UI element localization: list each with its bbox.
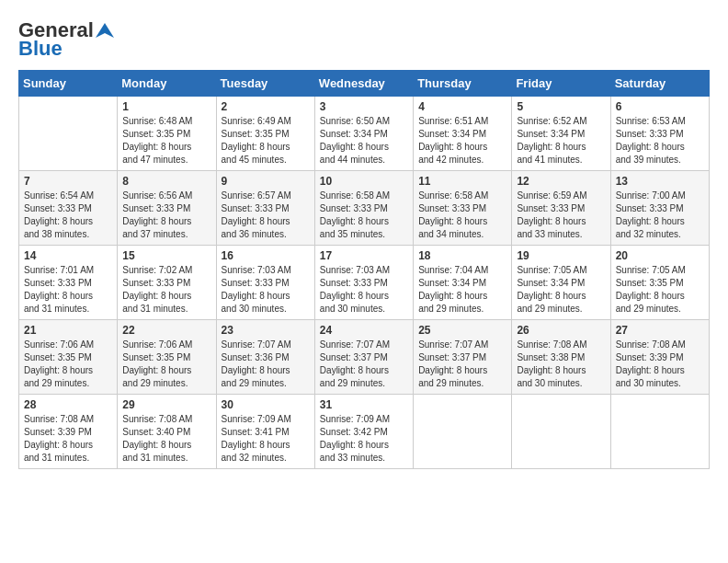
calendar-day-19: 19Sunrise: 7:05 AM Sunset: 3:34 PM Dayli… (512, 246, 610, 320)
day-number: 9 (222, 175, 310, 188)
calendar-day-29: 29Sunrise: 7:08 AM Sunset: 3:40 PM Dayli… (118, 395, 216, 469)
day-number: 26 (517, 324, 605, 337)
day-number: 31 (320, 398, 408, 411)
day-number: 13 (616, 175, 704, 188)
calendar-day-7: 7Sunrise: 6:54 AM Sunset: 3:33 PM Daylig… (19, 171, 118, 246)
day-info: Sunrise: 7:07 AM Sunset: 3:37 PM Dayligh… (418, 339, 506, 390)
day-info: Sunrise: 7:01 AM Sunset: 3:33 PM Dayligh… (24, 264, 112, 316)
logo-bird-icon (96, 21, 114, 40)
day-info: Sunrise: 7:09 AM Sunset: 3:41 PM Dayligh… (222, 413, 310, 465)
weekday-header-wednesday: Wednesday (314, 71, 413, 97)
day-info: Sunrise: 6:48 AM Sunset: 3:35 PM Dayligh… (122, 115, 210, 167)
day-number: 29 (122, 398, 210, 411)
calendar-day-8: 8Sunrise: 6:56 AM Sunset: 3:33 PM Daylig… (118, 171, 216, 246)
calendar-day-31: 31Sunrise: 7:09 AM Sunset: 3:42 PM Dayli… (314, 395, 413, 469)
day-number: 12 (517, 175, 605, 188)
day-info: Sunrise: 7:05 AM Sunset: 3:35 PM Dayligh… (616, 264, 704, 316)
calendar-empty-cell (512, 395, 610, 469)
calendar-week-row: 14Sunrise: 7:01 AM Sunset: 3:33 PM Dayli… (19, 246, 710, 320)
day-number: 8 (122, 175, 210, 188)
calendar-day-13: 13Sunrise: 7:00 AM Sunset: 3:33 PM Dayli… (610, 171, 709, 246)
calendar-table: SundayMondayTuesdayWednesdayThursdayFrid… (18, 70, 710, 469)
day-info: Sunrise: 6:59 AM Sunset: 3:33 PM Dayligh… (517, 190, 605, 241)
calendar-day-1: 1Sunrise: 6:48 AM Sunset: 3:35 PM Daylig… (118, 97, 216, 171)
day-info: Sunrise: 7:05 AM Sunset: 3:34 PM Dayligh… (517, 264, 605, 316)
calendar-day-18: 18Sunrise: 7:04 AM Sunset: 3:34 PM Dayli… (414, 246, 512, 320)
day-info: Sunrise: 7:08 AM Sunset: 3:38 PM Dayligh… (517, 339, 605, 390)
day-info: Sunrise: 6:56 AM Sunset: 3:33 PM Dayligh… (122, 190, 210, 241)
day-number: 6 (616, 100, 704, 113)
calendar-day-2: 2Sunrise: 6:49 AM Sunset: 3:35 PM Daylig… (216, 97, 314, 171)
svg-marker-0 (96, 23, 114, 38)
weekday-header-thursday: Thursday (414, 71, 512, 97)
day-info: Sunrise: 7:09 AM Sunset: 3:42 PM Dayligh… (320, 413, 408, 465)
calendar-day-5: 5Sunrise: 6:52 AM Sunset: 3:34 PM Daylig… (512, 97, 610, 171)
day-number: 30 (222, 398, 310, 411)
calendar-week-row: 7Sunrise: 6:54 AM Sunset: 3:33 PM Daylig… (19, 171, 710, 246)
calendar-day-23: 23Sunrise: 7:07 AM Sunset: 3:36 PM Dayli… (216, 320, 314, 395)
day-number: 1 (122, 100, 210, 113)
day-info: Sunrise: 6:49 AM Sunset: 3:35 PM Dayligh… (222, 115, 310, 167)
calendar-day-20: 20Sunrise: 7:05 AM Sunset: 3:35 PM Dayli… (610, 246, 709, 320)
day-number: 5 (517, 100, 605, 113)
day-info: Sunrise: 7:03 AM Sunset: 3:33 PM Dayligh… (222, 264, 310, 316)
calendar-day-30: 30Sunrise: 7:09 AM Sunset: 3:41 PM Dayli… (216, 395, 314, 469)
calendar-day-16: 16Sunrise: 7:03 AM Sunset: 3:33 PM Dayli… (216, 246, 314, 320)
calendar-day-14: 14Sunrise: 7:01 AM Sunset: 3:33 PM Dayli… (19, 246, 118, 320)
weekday-header-saturday: Saturday (610, 71, 709, 97)
page-header: General Blue (18, 18, 710, 61)
day-number: 2 (222, 100, 310, 113)
day-number: 20 (616, 249, 704, 262)
calendar-header-row: SundayMondayTuesdayWednesdayThursdayFrid… (19, 71, 710, 97)
day-info: Sunrise: 7:06 AM Sunset: 3:35 PM Dayligh… (122, 339, 210, 390)
day-number: 15 (122, 249, 210, 262)
calendar-week-row: 21Sunrise: 7:06 AM Sunset: 3:35 PM Dayli… (19, 320, 710, 395)
calendar-day-10: 10Sunrise: 6:58 AM Sunset: 3:33 PM Dayli… (314, 171, 413, 246)
calendar-day-3: 3Sunrise: 6:50 AM Sunset: 3:34 PM Daylig… (314, 97, 413, 171)
calendar-week-row: 1Sunrise: 6:48 AM Sunset: 3:35 PM Daylig… (19, 97, 710, 171)
calendar-day-11: 11Sunrise: 6:58 AM Sunset: 3:33 PM Dayli… (414, 171, 512, 246)
day-info: Sunrise: 6:50 AM Sunset: 3:34 PM Dayligh… (320, 115, 408, 167)
day-number: 25 (418, 324, 506, 337)
calendar-empty-cell (610, 395, 709, 469)
calendar-day-27: 27Sunrise: 7:08 AM Sunset: 3:39 PM Dayli… (610, 320, 709, 395)
day-info: Sunrise: 7:07 AM Sunset: 3:36 PM Dayligh… (222, 339, 310, 390)
day-info: Sunrise: 7:04 AM Sunset: 3:34 PM Dayligh… (418, 264, 506, 316)
day-number: 3 (320, 100, 408, 113)
day-info: Sunrise: 7:08 AM Sunset: 3:39 PM Dayligh… (24, 413, 112, 465)
day-number: 28 (24, 398, 112, 411)
day-info: Sunrise: 6:58 AM Sunset: 3:33 PM Dayligh… (418, 190, 506, 241)
calendar-day-22: 22Sunrise: 7:06 AM Sunset: 3:35 PM Dayli… (118, 320, 216, 395)
day-number: 27 (616, 324, 704, 337)
day-number: 18 (418, 249, 506, 262)
logo: General Blue (18, 18, 114, 61)
day-info: Sunrise: 6:57 AM Sunset: 3:33 PM Dayligh… (222, 190, 310, 241)
day-number: 4 (418, 100, 506, 113)
day-info: Sunrise: 7:07 AM Sunset: 3:37 PM Dayligh… (320, 339, 408, 390)
calendar-day-12: 12Sunrise: 6:59 AM Sunset: 3:33 PM Dayli… (512, 171, 610, 246)
weekday-header-friday: Friday (512, 71, 610, 97)
day-number: 10 (320, 175, 408, 188)
day-number: 24 (320, 324, 408, 337)
day-info: Sunrise: 6:54 AM Sunset: 3:33 PM Dayligh… (24, 190, 112, 241)
day-info: Sunrise: 6:53 AM Sunset: 3:33 PM Dayligh… (616, 115, 704, 167)
day-info: Sunrise: 7:08 AM Sunset: 3:40 PM Dayligh… (122, 413, 210, 465)
day-info: Sunrise: 7:08 AM Sunset: 3:39 PM Dayligh… (616, 339, 704, 390)
calendar-day-24: 24Sunrise: 7:07 AM Sunset: 3:37 PM Dayli… (314, 320, 413, 395)
day-number: 11 (418, 175, 506, 188)
day-number: 7 (24, 175, 112, 188)
calendar-day-9: 9Sunrise: 6:57 AM Sunset: 3:33 PM Daylig… (216, 171, 314, 246)
calendar-day-28: 28Sunrise: 7:08 AM Sunset: 3:39 PM Dayli… (19, 395, 118, 469)
weekday-header-tuesday: Tuesday (216, 71, 314, 97)
day-number: 21 (24, 324, 112, 337)
logo-blue-text: Blue (18, 37, 63, 61)
day-info: Sunrise: 7:06 AM Sunset: 3:35 PM Dayligh… (24, 339, 112, 390)
calendar-empty-cell (19, 97, 118, 171)
calendar-day-26: 26Sunrise: 7:08 AM Sunset: 3:38 PM Dayli… (512, 320, 610, 395)
day-number: 16 (222, 249, 310, 262)
calendar-week-row: 28Sunrise: 7:08 AM Sunset: 3:39 PM Dayli… (19, 395, 710, 469)
day-number: 17 (320, 249, 408, 262)
calendar-day-25: 25Sunrise: 7:07 AM Sunset: 3:37 PM Dayli… (414, 320, 512, 395)
day-info: Sunrise: 7:02 AM Sunset: 3:33 PM Dayligh… (122, 264, 210, 316)
day-info: Sunrise: 7:03 AM Sunset: 3:33 PM Dayligh… (320, 264, 408, 316)
